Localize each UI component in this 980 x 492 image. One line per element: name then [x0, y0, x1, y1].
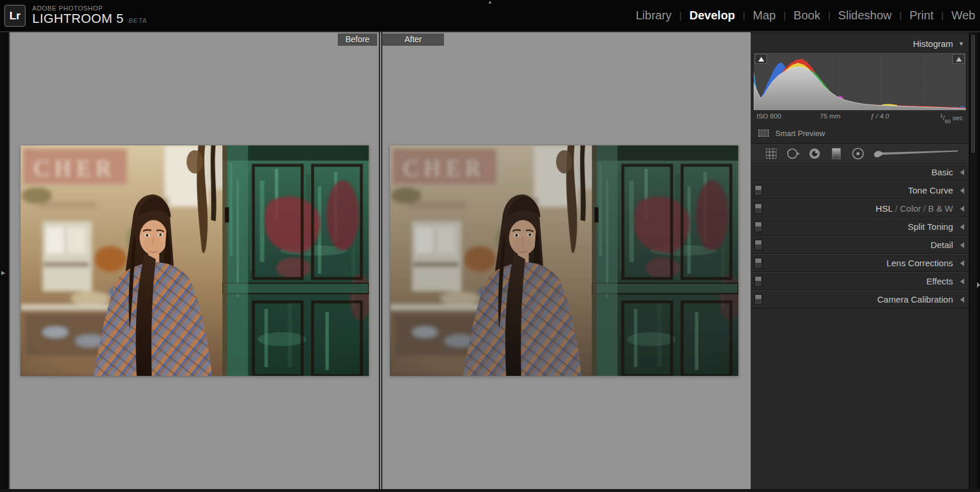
crop-overlay-icon[interactable]: [764, 146, 779, 161]
panel-header-tone-curve[interactable]: Tone Curve: [751, 181, 969, 199]
graduated-filter-icon[interactable]: [829, 146, 844, 161]
module-book[interactable]: Book: [794, 9, 820, 22]
compare-view: Before After: [10, 32, 748, 489]
panel-label: Basic: [931, 167, 960, 177]
red-eye-correction-icon[interactable]: [807, 146, 822, 161]
panel-label: Effects: [926, 276, 960, 286]
radial-filter-icon[interactable]: [850, 146, 866, 161]
focal-length-value: 75 mm: [820, 113, 840, 120]
shadow-clipping-triangle-icon: [758, 57, 764, 62]
module-separator: |: [679, 10, 681, 22]
panel-collapse-icon: [960, 297, 964, 303]
module-picker: Library | Develop | Map | Book | Slidesh…: [636, 9, 980, 22]
panel-toggle-switch[interactable]: [754, 257, 762, 269]
module-separator: |: [899, 10, 901, 22]
before-after-divider[interactable]: [379, 32, 382, 489]
hide-right-panel-arrow-icon[interactable]: [977, 282, 980, 288]
panel-label: Tone Curve: [908, 185, 960, 195]
shutter-speed-value: 1/80 sec: [940, 113, 963, 123]
capture-info: ISO 800 75 mm ƒ / 4.0 1/80 sec: [754, 113, 965, 123]
histogram-display[interactable]: [753, 52, 967, 111]
panel-toggle-switch[interactable]: [754, 185, 762, 196]
panel-collapse-icon: [960, 206, 964, 212]
panel-header-camera-calibration[interactable]: Camera Calibration: [751, 290, 969, 308]
histogram-header[interactable]: Histogram ▼: [751, 33, 969, 52]
panel-header-split-toning[interactable]: Split Toning: [751, 218, 969, 236]
panel-label: HSL/Color/B & W: [876, 203, 960, 213]
hide-right-panel-rail[interactable]: [977, 32, 980, 489]
collapse-histogram-icon[interactable]: ▼: [958, 40, 964, 47]
lightroom-window: Lr ADOBE PHOTOSHOP LIGHTROOM 5 BETA ▲ Li…: [0, 0, 980, 492]
module-library[interactable]: Library: [636, 9, 672, 22]
adjustment-brush-icon[interactable]: [872, 146, 960, 161]
panel-toggle-switch[interactable]: [754, 203, 762, 214]
lightroom-logo: Lr: [4, 5, 26, 27]
show-left-panel-arrow-icon[interactable]: ▶: [1, 270, 5, 276]
smart-preview-label: Smart Preview: [775, 129, 825, 138]
panel-collapse-icon: [960, 260, 964, 266]
panel-label: Split Toning: [908, 222, 960, 232]
panel-label: Lens Corrections: [887, 258, 960, 268]
scrollbar-thumb[interactable]: [971, 34, 976, 154]
module-separator: |: [742, 10, 745, 22]
identity-plate: Lr ADOBE PHOTOSHOP LIGHTROOM 5 BETA: [0, 5, 147, 27]
histogram-luminance: [754, 66, 966, 110]
module-develop[interactable]: Develop: [690, 9, 735, 22]
tool-strip: [751, 144, 969, 164]
right-panel-scrollbar[interactable]: [969, 32, 977, 489]
module-separator: |: [784, 10, 786, 22]
panel-toggle-switch[interactable]: [754, 221, 762, 232]
panel-collapse-icon: [960, 279, 964, 284]
panel-header-detail[interactable]: Detail: [751, 236, 969, 254]
panel-header-basic[interactable]: Basic: [751, 164, 969, 181]
adobe-photoshop-label: ADOBE PHOTOSHOP: [32, 5, 147, 12]
highlight-clipping-triangle-icon: [956, 57, 962, 62]
spot-removal-icon[interactable]: [785, 146, 801, 161]
panel-header-lens-corrections[interactable]: Lens Corrections: [751, 254, 969, 272]
filmstrip-edge[interactable]: [0, 489, 980, 492]
lightroom-logo-text: Lr: [9, 9, 21, 22]
panel-header-effects[interactable]: Effects: [751, 272, 969, 290]
panel-collapse-icon: [960, 188, 964, 194]
module-slideshow[interactable]: Slideshow: [838, 9, 891, 22]
beta-tag: BETA: [128, 14, 147, 27]
module-map[interactable]: Map: [753, 9, 776, 22]
before-label: Before: [338, 33, 377, 46]
module-separator: |: [941, 10, 944, 22]
hide-top-panel-arrow-icon[interactable]: ▲: [488, 0, 493, 5]
app-name-block: ADOBE PHOTOSHOP LIGHTROOM 5 BETA: [32, 5, 147, 27]
smart-preview-status[interactable]: Smart Preview: [751, 125, 969, 141]
panel-label: Camera Calibration: [877, 294, 960, 304]
aperture-value: ƒ / 4.0: [870, 113, 889, 120]
after-label: After: [382, 33, 444, 46]
panel-collapse-icon: [960, 242, 964, 248]
left-panel-collapsed-rail[interactable]: ▶: [0, 32, 10, 489]
histogram-panel: Histogram ▼: [751, 33, 969, 144]
adjustment-panel-list: Basic Tone Curve HSL/Color/B & W Split T…: [751, 164, 969, 308]
right-panel-group: Histogram ▼: [751, 32, 969, 489]
panel-label: Detail: [931, 240, 960, 250]
histogram-title: Histogram: [913, 39, 953, 49]
shadow-clipping-indicator[interactable]: [755, 54, 767, 64]
lightroom-wordmark: LIGHTROOM 5: [32, 12, 124, 25]
panel-collapse-icon: [960, 169, 964, 175]
panel-toggle-switch[interactable]: [754, 294, 762, 305]
histogram-chart: [754, 53, 966, 110]
panel-toggle-switch[interactable]: [754, 239, 762, 250]
iso-value: ISO 800: [757, 113, 781, 120]
smart-preview-icon: [758, 130, 769, 137]
panel-toggle-switch[interactable]: [754, 276, 762, 287]
highlight-clipping-indicator[interactable]: [952, 54, 965, 64]
module-print[interactable]: Print: [910, 9, 934, 22]
after-photo[interactable]: [390, 145, 738, 376]
panel-header-hsl[interactable]: HSL/Color/B & W: [751, 199, 969, 218]
before-photo[interactable]: [21, 145, 369, 376]
module-web[interactable]: Web: [951, 9, 975, 22]
panel-collapse-icon: [960, 224, 964, 230]
top-bar: Lr ADOBE PHOTOSHOP LIGHTROOM 5 BETA ▲ Li…: [0, 0, 980, 32]
module-separator: |: [828, 10, 830, 22]
